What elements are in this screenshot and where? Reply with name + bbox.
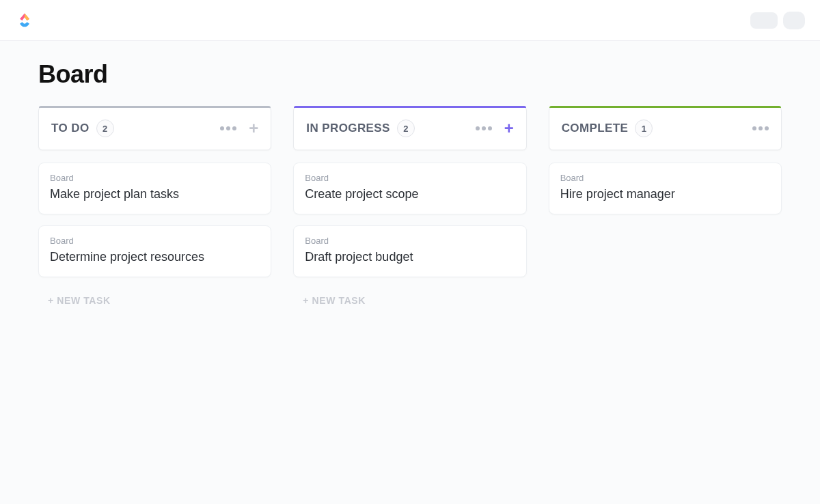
- topbar-right-controls: [750, 12, 805, 29]
- top-navbar: [0, 0, 820, 41]
- task-card[interactable]: BoardDraft project budget: [293, 225, 526, 277]
- card-title: Create project scope: [305, 187, 515, 201]
- column-count-badge: 2: [397, 120, 415, 137]
- kanban-column: COMPLETE1BoardHire project manager: [549, 107, 782, 313]
- app-logo[interactable]: [15, 11, 34, 30]
- column-header-left: IN PROGRESS2: [306, 120, 414, 137]
- task-card[interactable]: BoardCreate project scope: [293, 163, 526, 214]
- column-actions: +: [476, 120, 514, 137]
- add-task-icon[interactable]: +: [249, 120, 258, 137]
- column-accent-bar: [294, 106, 525, 108]
- column-title: TO DO: [51, 122, 90, 135]
- card-tag: Board: [305, 236, 515, 246]
- column-accent-bar: [549, 106, 781, 108]
- topbar-button-1[interactable]: [750, 12, 778, 29]
- kanban-column: TO DO2+BoardMake project plan tasksBoard…: [38, 107, 271, 313]
- column-title: COMPLETE: [562, 122, 629, 135]
- new-task-button[interactable]: + NEW TASK: [38, 288, 271, 313]
- column-header-left: COMPLETE1: [562, 120, 653, 137]
- column-header: COMPLETE1: [549, 107, 782, 150]
- card-title: Determine project resources: [50, 250, 260, 264]
- column-count-badge: 1: [635, 120, 653, 137]
- more-options-icon[interactable]: [752, 126, 769, 130]
- card-title: Draft project budget: [305, 250, 515, 264]
- column-title: IN PROGRESS: [306, 122, 390, 135]
- card-tag: Board: [50, 173, 260, 183]
- more-options-icon[interactable]: [220, 126, 236, 130]
- kanban-board: TO DO2+BoardMake project plan tasksBoard…: [38, 107, 782, 313]
- column-actions: [752, 126, 769, 130]
- column-header: TO DO2+: [38, 107, 271, 150]
- task-card[interactable]: BoardHire project manager: [549, 163, 782, 214]
- card-tag: Board: [305, 173, 515, 183]
- column-count-badge: 2: [96, 120, 114, 137]
- new-task-button[interactable]: + NEW TASK: [293, 288, 526, 313]
- column-accent-bar: [39, 106, 271, 108]
- clickup-logo-icon: [15, 11, 34, 30]
- card-title: Hire project manager: [560, 187, 770, 201]
- page-content: Board TO DO2+BoardMake project plan task…: [0, 41, 820, 504]
- task-card[interactable]: BoardMake project plan tasks: [38, 163, 271, 214]
- column-actions: +: [220, 120, 258, 137]
- kanban-column: IN PROGRESS2+BoardCreate project scopeBo…: [293, 107, 526, 313]
- topbar-button-2[interactable]: [783, 12, 805, 29]
- card-title: Make project plan tasks: [50, 187, 260, 201]
- page-title: Board: [38, 60, 782, 89]
- more-options-icon[interactable]: [476, 126, 492, 130]
- column-header: IN PROGRESS2+: [293, 107, 526, 150]
- card-tag: Board: [560, 173, 770, 183]
- add-task-icon[interactable]: +: [504, 120, 514, 137]
- column-header-left: TO DO2: [51, 120, 114, 137]
- card-tag: Board: [50, 236, 260, 246]
- task-card[interactable]: BoardDetermine project resources: [38, 225, 271, 277]
